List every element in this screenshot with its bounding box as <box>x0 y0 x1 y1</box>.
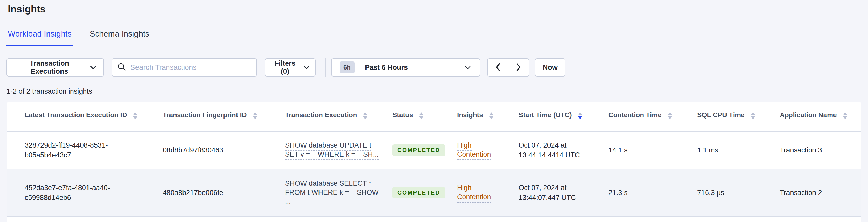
time-prev-button[interactable] <box>488 59 508 76</box>
tab-workload-insights[interactable]: Workload Insights <box>6 30 73 46</box>
fingerprint-id-cell: 08d8b7d97f830463 <box>163 145 285 155</box>
sql-cpu-time-cell: 1.1 ms <box>697 145 780 155</box>
results-count: 1-2 of 2 transaction insights <box>6 87 868 95</box>
execution-id-cell: 452da3e7-e7fa-4801-aa40-c59988d14eb6 <box>25 183 163 202</box>
application-name-cell: Transaction 3 <box>780 145 861 155</box>
insights-page: Insights Workload Insights Schema Insigh… <box>0 0 868 222</box>
transaction-execution-link[interactable]: SHOW database SELECT * FROM t WHERE k = … <box>285 180 393 205</box>
table-row: 452da3e7-e7fa-4801-aa40-c59988d14eb6 480… <box>7 169 861 217</box>
transaction-execution-link[interactable]: SHOW database UPDATE t SET v = _ WHERE k… <box>285 142 393 158</box>
column-header-transaction-fingerprint-id[interactable]: Transaction Fingerprint ID <box>163 111 285 122</box>
filters-dropdown[interactable]: Filters (0) <box>265 58 316 76</box>
sql-cpu-time-cell: 716.3 µs <box>697 188 780 198</box>
sort-icon[interactable] <box>133 112 137 119</box>
toolbar-divider <box>326 58 326 76</box>
sort-icon[interactable] <box>843 112 847 119</box>
sort-icon[interactable] <box>489 112 493 119</box>
table-row: 328729d2-ff19-4408-8531-b05a5b4e43c7 08d… <box>7 132 861 169</box>
time-next-button[interactable] <box>508 59 529 76</box>
sort-icon[interactable] <box>419 112 423 119</box>
sort-icon-active[interactable] <box>578 112 582 119</box>
page-title: Insights <box>0 0 868 15</box>
search-input[interactable] <box>130 63 251 71</box>
column-header-transaction-execution[interactable]: Transaction Execution <box>285 111 393 122</box>
table-header-row: Latest Transaction Execution ID Transact… <box>7 102 861 132</box>
start-time-cell: Oct 07, 2024 at 13:44:07.447 UTC <box>519 183 609 202</box>
column-header-latest-transaction-execution-id[interactable]: Latest Transaction Execution ID <box>25 111 163 122</box>
execution-id-cell: 328729d2-ff19-4408-8531-b05a5b4e43c7 <box>25 140 163 160</box>
column-header-application-name[interactable]: Application Name <box>780 111 861 122</box>
column-header-sql-cpu-time[interactable]: SQL CPU Time <box>697 111 780 122</box>
application-name-cell: Transaction 2 <box>780 188 861 198</box>
sort-icon[interactable] <box>751 112 755 119</box>
time-range-badge: 6h <box>340 61 354 73</box>
toolbar: Transaction Executions Filters (0) 6h Pa… <box>6 58 868 76</box>
insights-table-card: Latest Transaction Execution ID Transact… <box>7 102 861 222</box>
time-nav <box>487 58 529 76</box>
contention-time-cell: 21.3 s <box>609 188 697 198</box>
sort-icon[interactable] <box>363 112 367 119</box>
start-time-cell: Oct 07, 2024 at 13:44:14.4414 UTC <box>519 140 609 160</box>
insight-link[interactable]: High Contention <box>457 142 519 158</box>
status-badge: COMPLETED <box>393 187 445 198</box>
time-range-picker[interactable]: 6h Past 6 Hours <box>331 58 480 76</box>
search-box <box>112 58 257 76</box>
execution-type-value: Transaction Executions <box>14 59 85 75</box>
sort-icon[interactable] <box>253 112 257 119</box>
column-header-start-time[interactable]: Start Time (UTC) <box>519 111 609 122</box>
sort-icon[interactable] <box>668 112 672 119</box>
now-button[interactable]: Now <box>535 58 565 76</box>
search-icon <box>117 63 126 72</box>
execution-type-dropdown[interactable]: Transaction Executions <box>6 58 104 76</box>
status-cell: COMPLETED <box>393 187 457 198</box>
chevron-down-icon <box>90 64 97 71</box>
column-header-contention-time[interactable]: Contention Time <box>609 111 697 122</box>
status-cell: COMPLETED <box>393 145 457 156</box>
fingerprint-id-cell: 480a8b217be006fe <box>163 188 285 198</box>
tab-schema-insights[interactable]: Schema Insights <box>88 30 151 46</box>
column-header-insights[interactable]: Insights <box>457 111 519 122</box>
time-range-label: Past 6 Hours <box>365 64 408 71</box>
filters-label: Filters (0) <box>271 59 299 75</box>
chevron-down-icon <box>304 64 309 71</box>
status-badge: COMPLETED <box>393 145 445 156</box>
column-header-status[interactable]: Status <box>393 111 457 122</box>
contention-time-cell: 14.1 s <box>609 145 697 155</box>
chevron-left-icon <box>495 63 501 72</box>
insight-link[interactable]: High Contention <box>457 184 519 201</box>
chevron-down-icon <box>465 64 471 71</box>
chevron-right-icon <box>516 63 522 72</box>
tab-bar: Workload Insights Schema Insights <box>0 30 868 46</box>
